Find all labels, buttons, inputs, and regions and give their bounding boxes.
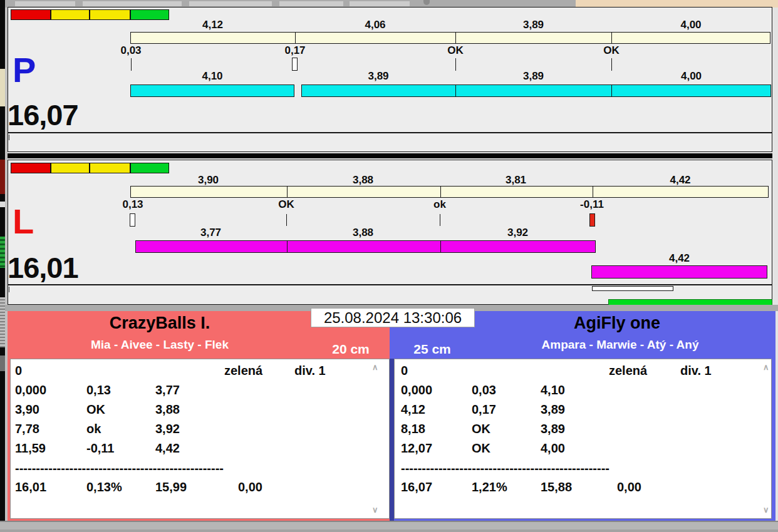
p-split-bar-divider bbox=[455, 33, 456, 43]
toolbar-segment bbox=[350, 1, 410, 6]
results-cell: 4,10 bbox=[541, 382, 565, 397]
p-run-bar-divider bbox=[455, 85, 456, 96]
scroll-down-arrow[interactable]: ∨ bbox=[372, 506, 378, 514]
scroll-up-arrow[interactable]: ∧ bbox=[372, 363, 378, 371]
results-left-separator: ----------------------------------------… bbox=[15, 461, 242, 476]
results-right-total: 0,00 bbox=[617, 479, 641, 494]
results-right-status: zelená bbox=[609, 363, 647, 378]
team-right-height: 25 cm bbox=[404, 342, 460, 357]
l-change-label: 0,13 bbox=[110, 199, 155, 210]
results-cell: 4,12 bbox=[401, 402, 425, 417]
p-change-marker-box bbox=[292, 58, 298, 71]
results-cell: 12,07 bbox=[401, 441, 432, 456]
results-cell: 3,88 bbox=[155, 402, 180, 417]
l-split-time-label: 3,81 bbox=[440, 175, 592, 186]
l-change-marker-fault bbox=[589, 213, 595, 227]
l-run-bar bbox=[135, 240, 596, 253]
results-left-division: div. 1 bbox=[294, 363, 326, 378]
traffic-light-red bbox=[11, 9, 51, 20]
results-right-separator: ----------------------------------------… bbox=[401, 461, 626, 476]
l-run-time-label: 3,92 bbox=[440, 227, 596, 238]
results-left-start: 0 bbox=[15, 363, 22, 378]
l-run-bar-divider bbox=[287, 241, 288, 252]
l-substrip-white-bar bbox=[592, 286, 673, 291]
results-cell: 4,42 bbox=[155, 441, 180, 456]
traffic-light-green bbox=[130, 163, 169, 173]
traffic-light-green bbox=[130, 9, 169, 20]
results-left-total: 16,01 bbox=[15, 479, 46, 494]
results-cell: 0,13 bbox=[86, 382, 111, 397]
l-split-bar-divider bbox=[287, 187, 288, 197]
p-change-label: 0,17 bbox=[272, 45, 318, 56]
timing-app-screen: 4,12 4,06 3,89 4,00 0,03 0,17 OK OK 4,10… bbox=[0, 0, 778, 532]
p-split-bar-divider bbox=[611, 33, 612, 43]
traffic-light-yellow2 bbox=[90, 163, 130, 173]
scroll-up-arrow[interactable]: ∧ bbox=[763, 363, 769, 371]
scroll-down-arrow[interactable]: ∨ bbox=[763, 506, 769, 514]
p-substrip-tick bbox=[9, 135, 9, 140]
p-run-time-label: 3,89 bbox=[455, 71, 611, 82]
l-run-bar-extra bbox=[591, 265, 767, 279]
results-left-status: zelená bbox=[224, 363, 262, 378]
p-split-time-label: 4,00 bbox=[611, 19, 770, 31]
team-left-height: 20 cm bbox=[319, 342, 382, 357]
team-panel-divider bbox=[390, 359, 394, 521]
team-right-name: AgiFly one bbox=[464, 314, 770, 332]
l-change-label: ok bbox=[417, 199, 462, 210]
left-strip-fragment bbox=[0, 356, 5, 371]
bottom-window-band-shade bbox=[0, 529, 778, 532]
results-cell: OK bbox=[472, 421, 490, 436]
l-change-marker-box bbox=[130, 213, 135, 227]
left-strip-fragment bbox=[0, 297, 5, 347]
traffic-light-yellow1 bbox=[51, 9, 90, 20]
l-change-tick bbox=[440, 214, 440, 226]
results-right-total: 15,88 bbox=[541, 479, 572, 494]
results-left-panel[interactable] bbox=[10, 359, 390, 519]
results-cell: 0,000 bbox=[15, 382, 46, 397]
results-cell: 0,000 bbox=[401, 382, 432, 397]
p-run-bar bbox=[301, 84, 771, 97]
l-run-time-label: 3,77 bbox=[135, 227, 286, 238]
toolbar-mark bbox=[423, 0, 430, 5]
panel-separator bbox=[8, 153, 772, 158]
results-cell: 8,18 bbox=[401, 421, 425, 436]
p-change-tick bbox=[131, 58, 132, 71]
p-split-bar bbox=[130, 32, 770, 44]
l-lane-letter: L bbox=[13, 204, 34, 239]
left-strip-fragment bbox=[0, 237, 5, 268]
results-cell: 3,77 bbox=[155, 382, 180, 397]
results-right-panel[interactable] bbox=[394, 359, 772, 519]
l-run-bar-divider bbox=[440, 241, 441, 252]
left-strip-fragment bbox=[0, 202, 5, 207]
results-left-total: 0,00 bbox=[238, 479, 262, 494]
toolbar-segment bbox=[279, 1, 343, 6]
results-cell: -0,11 bbox=[86, 441, 114, 456]
left-strip-fragment bbox=[0, 160, 5, 194]
results-cell: OK bbox=[472, 441, 490, 456]
p-change-label: OK bbox=[589, 45, 634, 56]
l-split-time-label: 3,88 bbox=[286, 175, 440, 186]
results-cell: 3,89 bbox=[541, 421, 565, 436]
results-right-division: div. 1 bbox=[680, 363, 712, 378]
p-change-tick bbox=[455, 58, 456, 71]
l-split-bar-divider bbox=[593, 187, 593, 197]
results-right-start: 0 bbox=[401, 363, 408, 378]
results-cell: OK bbox=[86, 402, 105, 417]
results-left-total: 0,13% bbox=[86, 479, 122, 494]
results-cell: 11,59 bbox=[15, 441, 46, 456]
p-split-time-label: 3,89 bbox=[455, 19, 611, 31]
p-change-tick bbox=[611, 58, 612, 71]
l-change-label: -0,11 bbox=[569, 199, 615, 210]
toolbar-segment bbox=[189, 1, 272, 6]
traffic-light-red bbox=[11, 163, 51, 173]
results-cell: 7,78 bbox=[15, 421, 39, 436]
l-run-time-label: 3,88 bbox=[286, 227, 440, 238]
l-split-bar-divider bbox=[440, 187, 441, 197]
p-run-time-label: 4,10 bbox=[130, 71, 294, 82]
team-right-dogs: Ampara - Marwie - Atý - Aný bbox=[464, 337, 777, 352]
results-right-total: 1,21% bbox=[472, 479, 507, 494]
results-cell: 0,03 bbox=[472, 382, 496, 397]
results-cell: 3,89 bbox=[541, 402, 565, 417]
p-run-bar-segment bbox=[130, 84, 294, 97]
p-split-bar-divider bbox=[295, 33, 296, 43]
